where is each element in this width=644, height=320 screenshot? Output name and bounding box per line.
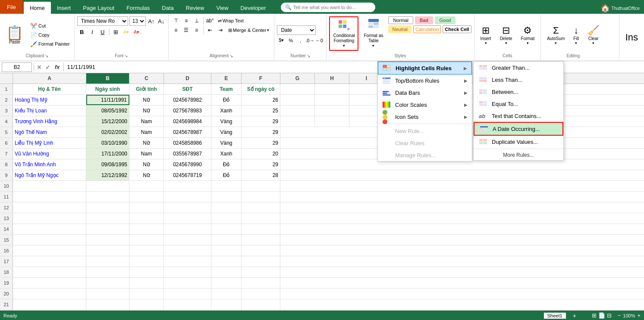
cell[interactable]: 0245858986: [164, 138, 211, 148]
normal-view-button[interactable]: ⊞: [592, 312, 597, 319]
less-than-item[interactable]: Less Than...: [474, 74, 563, 86]
cell[interactable]: Số ngày cô: [242, 84, 280, 94]
cell[interactable]: [242, 235, 280, 245]
cell[interactable]: [211, 202, 242, 213]
cell[interactable]: Liễu Thị Mỹ Linh: [13, 138, 86, 148]
cell[interactable]: Giới tính: [129, 84, 164, 94]
color-scales-item[interactable]: Color Scales ▶: [378, 99, 472, 111]
cell[interactable]: [280, 289, 644, 299]
cell[interactable]: [129, 181, 164, 191]
search-input[interactable]: [293, 5, 371, 10]
cell[interactable]: 03/10/1990: [86, 138, 129, 148]
cell[interactable]: 25: [242, 106, 280, 116]
cell[interactable]: [242, 224, 280, 234]
cf-dropdown-arrow[interactable]: ▾: [343, 43, 345, 48]
cell[interactable]: 29: [242, 127, 280, 137]
cell[interactable]: [280, 116, 315, 127]
cell[interactable]: [13, 192, 86, 202]
cell[interactable]: [280, 278, 644, 288]
cell[interactable]: 0355678987: [164, 149, 211, 159]
cell[interactable]: 0245698984: [164, 116, 211, 127]
cell[interactable]: 0245678982: [164, 95, 211, 105]
cell[interactable]: [164, 202, 211, 213]
cell[interactable]: [13, 181, 86, 191]
comma-button[interactable]: ,: [296, 36, 305, 45]
cell[interactable]: [86, 299, 129, 310]
highlight-cells-rules-item[interactable]: Highlight Cells Rules ▶: [378, 62, 472, 75]
increase-decimal-button[interactable]: .0→: [305, 36, 314, 45]
col-header-a[interactable]: A: [13, 73, 86, 84]
cell[interactable]: [86, 278, 129, 288]
cell[interactable]: [242, 256, 280, 267]
cell-reference-box[interactable]: [2, 62, 32, 72]
clear-rules-item[interactable]: Clear Rules: [378, 137, 472, 149]
cell[interactable]: [211, 224, 242, 234]
cell[interactable]: [280, 213, 644, 224]
wrap-text-button[interactable]: ⇌ Wrap Text: [216, 16, 246, 25]
cell[interactable]: [280, 267, 644, 277]
cell[interactable]: [164, 181, 211, 191]
cell[interactable]: [129, 213, 164, 224]
align-middle-button[interactable]: ≡: [182, 16, 191, 25]
clear-dropdown-icon[interactable]: ▾: [592, 41, 594, 45]
format-painter-button[interactable]: 🖌️ Format Painter: [28, 40, 72, 48]
cell[interactable]: Vàng: [211, 116, 242, 127]
insert-right-button[interactable]: Ins: [622, 31, 641, 44]
cell[interactable]: [86, 267, 129, 277]
cell[interactable]: [211, 256, 242, 267]
cell[interactable]: [13, 213, 86, 224]
autosum-button[interactable]: Σ AutoSum ▾: [543, 24, 568, 47]
col-header-h[interactable]: H: [315, 73, 349, 84]
cell[interactable]: 26: [242, 95, 280, 105]
delete-cells-button[interactable]: ⊟ Delete ▾: [496, 24, 516, 47]
cell[interactable]: [242, 213, 280, 224]
col-header-e[interactable]: E: [211, 73, 242, 84]
cell[interactable]: [86, 256, 129, 267]
zoom-out-button[interactable]: −: [618, 312, 621, 319]
cell[interactable]: [13, 267, 86, 277]
cell[interactable]: [315, 84, 349, 94]
equal-to-item[interactable]: Equal To...: [474, 98, 563, 110]
cell[interactable]: Nữ: [129, 95, 164, 105]
cell[interactable]: 09/08/1995: [86, 159, 129, 170]
font-color-button[interactable]: A▾: [132, 27, 141, 37]
tab-view[interactable]: View: [210, 2, 234, 14]
cell[interactable]: [129, 299, 164, 310]
tab-insert[interactable]: Insert: [51, 2, 77, 14]
cell[interactable]: [315, 116, 349, 127]
insert-cells-button[interactable]: ⊞ Insert ▾: [477, 24, 495, 47]
cell[interactable]: Ngô Trần Mỹ Ngọc: [13, 170, 86, 180]
cell[interactable]: [129, 267, 164, 277]
neutral-style-button[interactable]: Neutral: [388, 25, 411, 33]
number-format-select[interactable]: Date: [277, 25, 316, 35]
align-bottom-button[interactable]: ⊥: [192, 16, 201, 25]
cell[interactable]: [242, 192, 280, 202]
cell[interactable]: [211, 235, 242, 245]
cell[interactable]: 17/11/2000: [86, 149, 129, 159]
cell[interactable]: [242, 299, 280, 310]
tab-review[interactable]: Review: [180, 2, 210, 14]
align-left-button[interactable]: ≡: [171, 26, 181, 34]
col-header-b[interactable]: B: [86, 73, 129, 84]
clipboard-expand-icon[interactable]: ↘: [45, 53, 48, 58]
cell[interactable]: Nam: [129, 149, 164, 159]
normal-style-button[interactable]: Normal: [388, 16, 413, 24]
cell[interactable]: 29: [242, 116, 280, 127]
data-bars-item[interactable]: Data Bars ▶: [378, 87, 472, 99]
align-center-button[interactable]: ☰: [182, 26, 191, 34]
border-button[interactable]: ⊞: [111, 27, 121, 37]
cell[interactable]: Đỏ: [211, 170, 242, 180]
cell[interactable]: [129, 235, 164, 245]
more-rules-item[interactable]: More Rules...: [474, 150, 563, 160]
percent-button[interactable]: %: [286, 36, 295, 45]
duplicate-values-item[interactable]: Duplicate Values...: [474, 136, 563, 148]
italic-button[interactable]: I: [88, 27, 97, 37]
cell[interactable]: [211, 278, 242, 288]
cell[interactable]: [280, 235, 644, 245]
copy-button[interactable]: 📄 Copy: [28, 31, 72, 39]
cell[interactable]: [13, 245, 86, 256]
cell[interactable]: [164, 299, 211, 310]
col-header-f[interactable]: F: [242, 73, 280, 84]
cell[interactable]: [211, 192, 242, 202]
font-name-select[interactable]: Times New Ro: [77, 16, 128, 26]
